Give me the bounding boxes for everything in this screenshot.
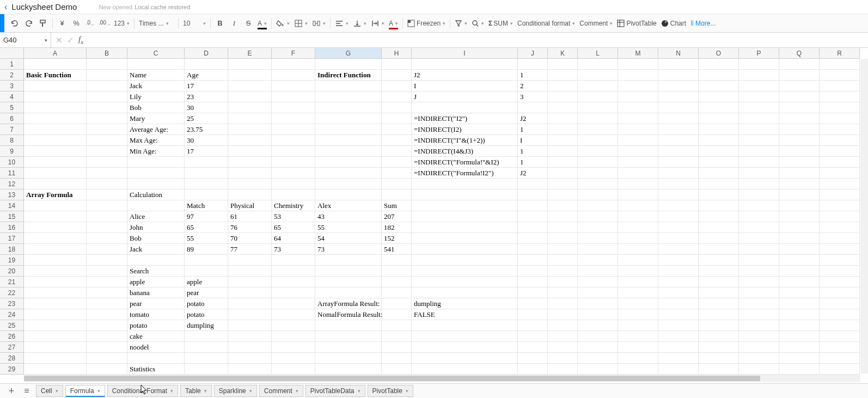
cell-D17[interactable]: 55 <box>185 233 228 244</box>
cell-G29[interactable] <box>315 364 382 375</box>
cell-N7[interactable] <box>658 124 699 135</box>
cell-G22[interactable] <box>315 287 382 298</box>
cell-J16[interactable] <box>518 222 548 233</box>
cell-B26[interactable] <box>87 331 127 342</box>
cell-R24[interactable] <box>820 309 860 320</box>
cell-A1[interactable] <box>24 59 87 70</box>
cell-F11[interactable] <box>272 168 315 179</box>
cell-O13[interactable] <box>699 189 739 200</box>
cell-D20[interactable] <box>185 266 228 277</box>
cell-P26[interactable] <box>739 331 779 342</box>
cell-D4[interactable]: 23 <box>185 91 228 102</box>
cancel-formula-icon[interactable]: ✕ <box>56 35 63 45</box>
cell-A18[interactable] <box>24 244 87 255</box>
cell-N19[interactable] <box>658 255 699 266</box>
cell-P2[interactable] <box>739 70 779 81</box>
cell-I4[interactable]: J <box>412 91 518 102</box>
cell-G8[interactable] <box>315 135 382 146</box>
cell-L18[interactable] <box>578 244 618 255</box>
cell-H25[interactable] <box>382 320 412 331</box>
cell-Q12[interactable] <box>779 179 820 189</box>
cell-A10[interactable] <box>24 157 87 168</box>
cell-D22[interactable]: pear <box>185 287 228 298</box>
cell-B9[interactable] <box>87 146 127 157</box>
cell-O19[interactable] <box>699 255 739 266</box>
cell-D21[interactable]: apple <box>185 277 228 287</box>
cell-A27[interactable] <box>24 342 87 353</box>
cell-H2[interactable] <box>382 70 412 81</box>
cell-B6[interactable] <box>87 113 127 124</box>
cell-C22[interactable]: banana <box>127 287 185 298</box>
cell-B10[interactable] <box>87 157 127 168</box>
cell-R11[interactable] <box>820 168 860 179</box>
cell-M8[interactable] <box>618 135 658 146</box>
spreadsheet-grid[interactable]: ABCDEFGHIJKLMNOPQR 123456789101112131415… <box>0 48 868 383</box>
chevron-down-icon[interactable]: ▾ <box>406 388 408 394</box>
row-header-17[interactable]: 17 <box>0 233 24 244</box>
cell-A26[interactable] <box>24 331 87 342</box>
cell-R5[interactable] <box>820 102 860 113</box>
cell-F28[interactable] <box>272 353 315 364</box>
column-header-Q[interactable]: Q <box>779 48 820 59</box>
cell-A4[interactable] <box>24 91 87 102</box>
cell-F9[interactable] <box>272 146 315 157</box>
valign-dropdown[interactable]: ▾ <box>351 16 369 30</box>
cell-H19[interactable] <box>382 255 412 266</box>
cell-K7[interactable] <box>548 124 578 135</box>
cell-A13[interactable]: Array Formula <box>24 189 87 200</box>
cell-F13[interactable] <box>272 189 315 200</box>
cell-G10[interactable] <box>315 157 382 168</box>
cell-N3[interactable] <box>658 81 699 91</box>
cell-Q7[interactable] <box>779 124 820 135</box>
row-header-24[interactable]: 24 <box>0 309 24 320</box>
cell-I29[interactable] <box>412 364 518 375</box>
column-header-R[interactable]: R <box>820 48 860 59</box>
column-header-B[interactable]: B <box>87 48 127 59</box>
cell-J23[interactable] <box>518 298 548 309</box>
cell-D15[interactable]: 97 <box>185 211 228 222</box>
cell-J7[interactable]: 1 <box>518 124 548 135</box>
cell-R18[interactable] <box>820 244 860 255</box>
cell-D29[interactable] <box>185 364 228 375</box>
cell-E14[interactable]: Physical <box>228 200 272 211</box>
bold-button[interactable]: B <box>213 16 227 30</box>
cell-B29[interactable] <box>87 364 127 375</box>
cell-B23[interactable] <box>87 298 127 309</box>
cell-F1[interactable] <box>272 59 315 70</box>
cell-I27[interactable] <box>412 342 518 353</box>
cell-D27[interactable] <box>185 342 228 353</box>
cell-R10[interactable] <box>820 157 860 168</box>
cell-O26[interactable] <box>699 331 739 342</box>
cell-J25[interactable] <box>518 320 548 331</box>
horizontal-scrollbar[interactable] <box>24 375 860 382</box>
cell-K18[interactable] <box>548 244 578 255</box>
cell-R3[interactable] <box>820 81 860 91</box>
cell-N6[interactable] <box>658 113 699 124</box>
cell-M12[interactable] <box>618 179 658 189</box>
cell-F22[interactable] <box>272 287 315 298</box>
cell-N26[interactable] <box>658 331 699 342</box>
wrap-dropdown[interactable]: ▾ <box>369 16 387 30</box>
cell-K29[interactable] <box>548 364 578 375</box>
cell-B3[interactable] <box>87 81 127 91</box>
cell-M28[interactable] <box>618 353 658 364</box>
cell-D23[interactable]: potato <box>185 298 228 309</box>
cell-O16[interactable] <box>699 222 739 233</box>
cell-O6[interactable] <box>699 113 739 124</box>
cell-J5[interactable] <box>518 102 548 113</box>
percent-button[interactable]: % <box>69 16 83 30</box>
cell-R29[interactable] <box>820 364 860 375</box>
cell-G2[interactable]: Indirect Function <box>315 70 382 81</box>
cell-R6[interactable] <box>820 113 860 124</box>
cell-B18[interactable] <box>87 244 127 255</box>
cell-O28[interactable] <box>699 353 739 364</box>
cell-L25[interactable] <box>578 320 618 331</box>
row-header-26[interactable]: 26 <box>0 331 24 342</box>
cell-L23[interactable] <box>578 298 618 309</box>
cell-M5[interactable] <box>618 102 658 113</box>
cell-A29[interactable] <box>24 364 87 375</box>
cell-C8[interactable]: Max Age: <box>127 135 185 146</box>
cell-J28[interactable] <box>518 353 548 364</box>
cell-Q11[interactable] <box>779 168 820 179</box>
cell-A20[interactable] <box>24 266 87 277</box>
